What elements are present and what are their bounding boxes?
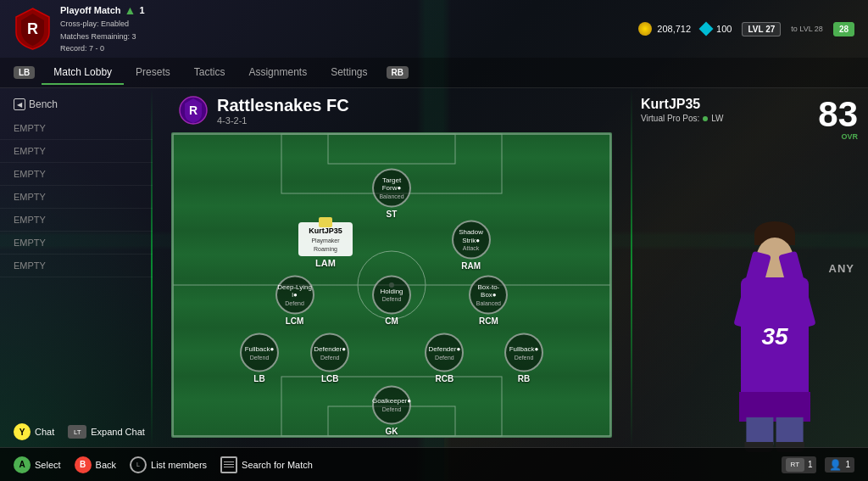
action-select[interactable]: A Select xyxy=(14,456,61,473)
pitch: Goalkeeper●DefendGKFullback●DefendLBDefe… xyxy=(171,132,612,438)
bottom-actions-left: A Select B Back L List members Search fo… xyxy=(14,456,313,473)
active-badge xyxy=(319,217,332,227)
player-name-display: KurtJP35 xyxy=(641,97,811,112)
position-node-rb[interactable]: Fullback●DefendRB xyxy=(504,333,543,383)
position-node-ram[interactable]: Shadow Strik●AttackRAM xyxy=(452,221,491,271)
svg-rect-8 xyxy=(328,134,455,164)
chat-label: Chat xyxy=(35,427,54,437)
club-badge: R xyxy=(14,7,52,51)
tab-presets[interactable]: Presets xyxy=(124,61,182,85)
bottom-bar: A Select B Back L List members Search fo… xyxy=(0,447,868,481)
sidebar: ◀ Bench EMPTY EMPTY EMPTY EMPTY EMPTY EM… xyxy=(0,88,153,447)
expand-chat-label: Expand Chat xyxy=(91,427,145,437)
bench-label: Bench xyxy=(29,98,58,110)
pos-label-st: ST xyxy=(387,210,398,219)
rb-button[interactable]: RB xyxy=(387,66,409,79)
coin-icon xyxy=(638,22,652,36)
pos-sub-cm: Defend xyxy=(382,295,402,303)
pos-label-rcb: RCB xyxy=(436,374,454,383)
level-next: to LVL 28 xyxy=(791,25,823,33)
position-node-lcm[interactable]: Deep-Lying l●DefendLCM xyxy=(275,276,314,326)
pos-label-lb: LB xyxy=(253,374,264,383)
pos-green-dot xyxy=(703,116,708,121)
team-formation: 4-3-2-1 xyxy=(217,115,349,126)
action-expand-chat[interactable]: LT Expand Chat xyxy=(68,425,145,439)
rt-button: RT xyxy=(786,458,804,472)
team-name-block: Rattlesnakes FC 4-3-2-1 xyxy=(217,96,349,126)
bench-item-6[interactable]: EMPTY xyxy=(0,232,153,254)
pos-circle-label-rcb: Defender● xyxy=(429,345,461,354)
pos-circle-st: Target Forw●Balanced xyxy=(372,169,411,208)
team-name: Rattlesnakes FC xyxy=(217,96,349,115)
pos-circle-ram: Shadow Strik●Attack xyxy=(452,221,491,260)
players-icon: 👤 xyxy=(829,459,842,471)
action-chat[interactable]: Y Chat xyxy=(14,423,54,440)
pos-sub-lcb: Defend xyxy=(320,353,340,361)
tab-assignments[interactable]: Assignments xyxy=(236,61,319,85)
tab-match-lobby[interactable]: Match Lobby xyxy=(42,61,124,85)
player-pos-indicator: LW xyxy=(711,114,723,123)
pos-circle-label-gk: Goalkeeper● xyxy=(372,397,411,405)
position-node-rcm[interactable]: Box-to-Box●BalancedRCM xyxy=(469,276,508,326)
pos-circle-lcb: Defender●Defend xyxy=(310,333,349,372)
team-header: R Rattlesnakes FC 4-3-2-1 xyxy=(153,88,631,129)
svg-text:R: R xyxy=(189,103,198,117)
bench-item-2[interactable]: EMPTY xyxy=(0,140,153,163)
coins-display: 208,712 xyxy=(638,22,691,36)
list-members-label: List members xyxy=(151,460,207,470)
action-back[interactable]: B Back xyxy=(75,456,116,473)
player-dot: ▲ xyxy=(125,3,136,17)
position-node-lb[interactable]: Fullback●DefendLB xyxy=(240,333,279,383)
a-button: A xyxy=(14,456,31,473)
chat-controls: Y Chat LT Expand Chat xyxy=(14,423,145,440)
pos-sub-lb: Defend xyxy=(250,353,270,361)
lb-button[interactable]: LB xyxy=(14,66,35,79)
back-label: Back xyxy=(96,460,116,470)
pos-label-rb: RB xyxy=(518,374,530,383)
bench-item-1[interactable]: EMPTY xyxy=(0,117,153,140)
level-progress: to LVL 28 xyxy=(791,25,823,33)
bench-item-7[interactable]: EMPTY xyxy=(0,254,153,277)
team-badge: R xyxy=(178,95,209,126)
tab-settings[interactable]: Settings xyxy=(319,61,379,85)
level-badge-next: 28 xyxy=(833,22,854,36)
action-list-members[interactable]: L List members xyxy=(130,456,207,473)
pos-circle-label-lcm: Deep-Lying l● xyxy=(277,282,313,299)
menu-line-1 xyxy=(224,461,234,462)
player-figure: JORDAN 35 xyxy=(698,167,851,447)
player-stats: KurtJP35 Virtual Pro Pos: LW 83 OVR xyxy=(631,88,868,146)
pos-label-lcb: LCB xyxy=(321,374,339,383)
position-node-lam[interactable]: KurtJP35PlaymakerRoamingLAM xyxy=(298,222,353,268)
action-search-match[interactable]: Search for Match xyxy=(220,456,313,473)
nav-bar: LB Match Lobby Presets Tactics Assignmen… xyxy=(0,58,868,88)
bench-item-4[interactable]: EMPTY xyxy=(0,186,153,209)
ovr-number: 83 xyxy=(818,97,858,132)
pos-circle-label-ram: Shadow Strik● xyxy=(453,228,489,244)
player-panel: KurtJP35 Virtual Pro Pos: LW 83 OVR ANY … xyxy=(631,88,868,447)
pos-sub-gk: Defend xyxy=(382,405,402,412)
record: Record: 7 - 0 xyxy=(60,43,145,54)
position-node-rcb[interactable]: Defender●DefendRCB xyxy=(425,333,464,383)
jersey-figure: JORDAN 35 xyxy=(707,176,843,447)
player-ovr-box: 83 OVR xyxy=(818,97,858,141)
rt-count: 1 xyxy=(808,460,813,469)
coins-value: 208,712 xyxy=(657,24,691,34)
players-counter: 👤 1 xyxy=(825,457,854,473)
position-node-st[interactable]: Target Forw●BalancedST xyxy=(372,169,411,219)
tab-tactics[interactable]: Tactics xyxy=(182,61,237,85)
bench-item-5[interactable]: EMPTY xyxy=(0,209,153,232)
pos-sub-ram: Attack xyxy=(463,244,479,252)
jersey-body: 35 xyxy=(741,277,809,396)
position-node-gk[interactable]: Goalkeeper●DefendGK xyxy=(372,385,411,435)
active-player-role: Playmaker xyxy=(303,237,348,245)
header-right: 208,712 100 LVL 27 to LVL 28 28 xyxy=(638,22,854,36)
pos-circle-gk: Goalkeeper●Defend xyxy=(372,385,411,424)
bench-item-3[interactable]: EMPTY xyxy=(0,163,153,186)
matches-remaining: Matches Remaining: 3 xyxy=(60,31,145,42)
points-value: 100 xyxy=(716,24,732,34)
position-node-lcb[interactable]: Defender●DefendLCB xyxy=(310,333,349,383)
pos-sub-rb: Defend xyxy=(515,353,534,361)
position-node-cm[interactable]: HoldingDefendCM xyxy=(372,276,411,326)
pos-circle-lb: Fullback●Defend xyxy=(240,333,279,372)
menu-line-3 xyxy=(224,467,234,467)
